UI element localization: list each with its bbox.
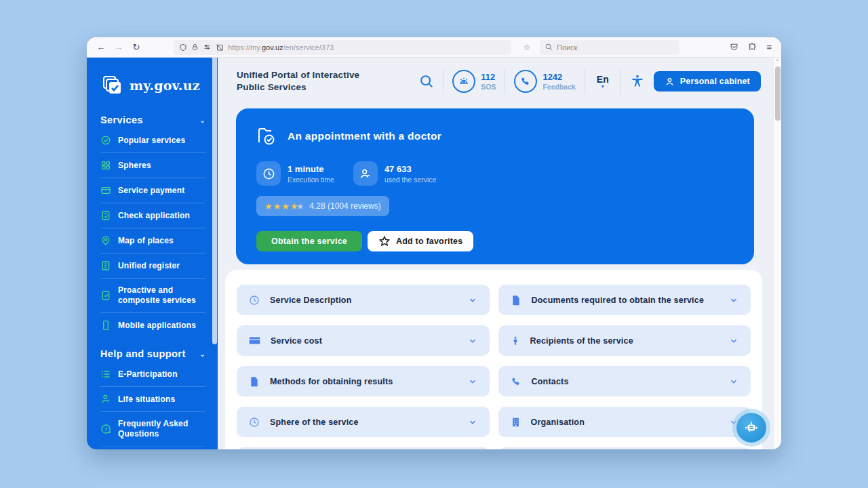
sidebar-item-spheres[interactable]: Spheres	[100, 152, 205, 178]
logo-text: my.gov.uz	[130, 78, 200, 93]
logo-icon	[100, 74, 123, 97]
document-icon	[511, 295, 521, 306]
sidebar-item-popular-services[interactable]: Popular services	[100, 128, 205, 152]
execution-time-stat: 1 minuteExecution time	[256, 161, 334, 186]
phone-icon	[511, 376, 521, 387]
accessibility-icon[interactable]	[630, 74, 645, 89]
add-to-favorites-button[interactable]: Add to favorites	[368, 231, 473, 251]
accordion-documents-required[interactable]: Documents required to obtain the service	[498, 285, 751, 315]
search-placeholder: Поиск	[557, 43, 577, 52]
page-scrollbar-thumb[interactable]	[775, 66, 781, 121]
sidebar-item-life-situations[interactable]: Life situations	[100, 386, 205, 411]
building-icon	[511, 417, 521, 428]
clock-icon	[249, 295, 260, 306]
forward-icon[interactable]: →	[111, 42, 126, 52]
pocket-icon[interactable]	[730, 43, 738, 52]
personal-cabinet-button[interactable]: Personal cabinet	[654, 71, 761, 92]
sidebar-item-map-of-places[interactable]: Map of places	[100, 228, 205, 253]
service-title: An appointment with a doctor	[288, 130, 441, 142]
user-icon	[353, 161, 378, 186]
scroll-up-icon[interactable]: ⌃	[774, 58, 781, 64]
list-icon	[100, 369, 111, 380]
url-bar[interactable]: https://my.gov.uz/en/service/373	[174, 40, 511, 55]
chevron-down-icon: ⌄	[199, 117, 205, 124]
sidebar-item-check-application[interactable]: Check application	[100, 203, 205, 228]
accordion-methods-results[interactable]: Methods for obtaining results	[237, 366, 490, 396]
back-icon[interactable]: ←	[94, 42, 108, 52]
sidebar-item-unified-register[interactable]: Unified register	[100, 253, 205, 278]
chevron-down-icon	[468, 377, 477, 386]
document-arrow-icon	[100, 290, 111, 301]
divider	[505, 68, 505, 94]
sidebar-item-faq[interactable]: ? Frequently Asked Questions	[100, 411, 205, 446]
blocked-content-icon[interactable]	[216, 43, 224, 52]
bookmark-star-icon[interactable]: ☆	[519, 43, 534, 52]
sidebar-item-service-payment[interactable]: Service payment	[100, 178, 205, 203]
person-icon	[100, 394, 111, 405]
user-icon	[665, 77, 675, 87]
sidebar-item-for-foreigners[interactable]: For foreigners	[100, 446, 205, 449]
credit-card-icon	[249, 335, 260, 346]
star-rating-icons: ★★★★	[264, 201, 299, 211]
smartphone-icon	[100, 320, 111, 331]
document-icon	[249, 376, 260, 387]
chevron-down-icon	[468, 296, 477, 305]
question-bubble-icon: ?	[100, 424, 111, 434]
rating-badge[interactable]: ★★★★★ 4.28 (1004 reviews)	[256, 196, 389, 216]
map-pin-icon	[100, 235, 111, 246]
chevron-down-icon	[729, 377, 738, 386]
accordion-service-description[interactable]: Service Description	[237, 285, 490, 315]
accordion-service-cost[interactable]: Service cost	[237, 325, 490, 356]
svg-text:?: ?	[104, 426, 108, 432]
sidebar: my.gov.uz Services ⌄ Popular services Sp…	[87, 58, 218, 449]
browser-search-field[interactable]: Поиск	[540, 40, 679, 55]
chat-bot-button[interactable]	[736, 413, 766, 443]
accordion-recipients[interactable]: Recipients of the service	[498, 325, 751, 356]
register-document-icon	[100, 260, 111, 271]
browser-window: ← → ↻ https://my.gov.uz/en/service/373 ☆…	[87, 37, 781, 449]
star-outline-icon	[378, 235, 391, 247]
accordion-sphere[interactable]: Sphere of the service	[237, 407, 490, 437]
sidebar-item-proactive-services[interactable]: Proactive and composite services	[100, 278, 205, 312]
sidebar-scrollbar-thumb[interactable]	[212, 58, 217, 344]
feedback-contact[interactable]: 1242Feedback	[514, 70, 575, 93]
shield-icon[interactable]	[179, 43, 187, 52]
phone-icon	[514, 70, 537, 93]
extensions-icon[interactable]	[748, 43, 757, 52]
alarm-icon	[452, 70, 475, 93]
menu-icon[interactable]: ≡	[766, 42, 772, 52]
accordion-partial[interactable]	[498, 447, 751, 449]
accordion-contacts[interactable]: Contacts	[498, 366, 751, 396]
accordion-organisation[interactable]: Organisation	[498, 407, 751, 437]
chevron-down-icon	[468, 418, 477, 427]
divider	[443, 68, 443, 94]
accordion-partial[interactable]	[237, 447, 490, 449]
badge-check-icon	[100, 135, 111, 146]
sidebar-item-e-participation[interactable]: E-Participation	[100, 362, 205, 386]
lock-icon[interactable]	[191, 43, 199, 51]
service-hero-card: An appointment with a doctor 1 minuteExe…	[236, 108, 754, 264]
language-selector[interactable]: En ▾	[594, 74, 612, 89]
sidebar-section-help[interactable]: Help and support ⌄	[100, 348, 205, 359]
page-scrollbar[interactable]: ⌃	[773, 58, 781, 449]
permissions-icon[interactable]	[203, 43, 212, 51]
clock-icon	[249, 417, 260, 428]
url-text: https://my.gov.uz/en/service/373	[228, 43, 334, 52]
usage-count-stat: 47 633used the service	[353, 161, 436, 186]
sidebar-section-services[interactable]: Services ⌄	[100, 115, 205, 125]
sidebar-item-mobile-applications[interactable]: Mobile applications	[100, 312, 205, 338]
portal-title: Unified Portal of Interactive Public Ser…	[237, 69, 359, 94]
star-empty-icon: ★	[296, 201, 304, 211]
portal-header: Unified Portal of Interactive Public Ser…	[218, 58, 773, 105]
obtain-service-button[interactable]: Obtain the service	[256, 231, 362, 251]
logo[interactable]: my.gov.uz	[100, 74, 205, 97]
reload-icon[interactable]: ↻	[129, 42, 144, 52]
chevron-down-icon	[729, 296, 738, 305]
chevron-down-icon	[468, 336, 477, 346]
sos-contact[interactable]: 112SOS	[452, 70, 496, 93]
caret-down-icon: ▾	[597, 85, 609, 89]
search-icon[interactable]	[419, 74, 434, 89]
person-icon	[511, 336, 520, 346]
main-content: Unified Portal of Interactive Public Ser…	[218, 58, 781, 449]
search-icon	[545, 43, 553, 51]
